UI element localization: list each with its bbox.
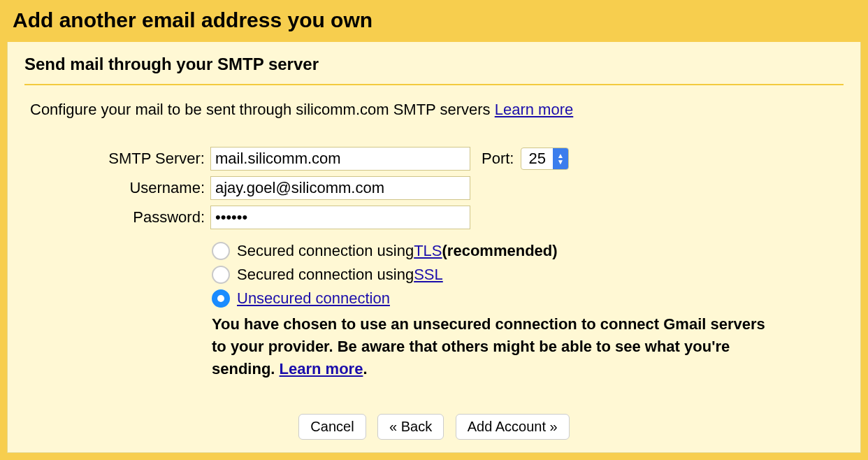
subtitle: Send mail through your SMTP server: [24, 55, 844, 85]
radio-icon-selected: [212, 289, 230, 308]
title-bar: Add another email address you own: [0, 0, 868, 42]
warning-period: .: [363, 360, 367, 378]
unsecured-warning: You have chosen to use an unsecured conn…: [24, 313, 844, 380]
content-panel: Send mail through your SMTP server Confi…: [7, 42, 861, 453]
password-label: Password:: [80, 208, 210, 227]
ssl-prefix: Secured connection using: [237, 266, 414, 284]
port-select[interactable]: 25 ▲▼: [521, 148, 568, 170]
unsecured-link[interactable]: Unsecured connection: [237, 289, 390, 308]
port-label: Port:: [482, 150, 514, 168]
button-row: Cancel « Back Add Account »: [24, 414, 844, 440]
tls-link[interactable]: TLS: [414, 242, 442, 260]
ssl-link[interactable]: SSL: [414, 266, 443, 284]
add-account-button[interactable]: Add Account »: [456, 414, 570, 440]
tls-prefix: Secured connection using: [237, 242, 414, 260]
form-area: SMTP Server: Port: 25 ▲▼ Username: Passw…: [24, 147, 844, 229]
security-radio-group: Secured connection using TLS (recommende…: [24, 242, 844, 308]
cancel-button[interactable]: Cancel: [298, 414, 366, 440]
smtp-input[interactable]: [210, 147, 470, 171]
radio-ssl[interactable]: Secured connection using SSL: [212, 266, 844, 284]
intro-text-content: Configure your mail to be sent through s…: [30, 101, 495, 118]
select-arrows-icon: ▲▼: [553, 148, 568, 170]
dialog-frame: Add another email address you own Send m…: [0, 0, 868, 460]
back-button[interactable]: « Back: [377, 414, 444, 440]
dialog-title: Add another email address you own: [13, 8, 855, 32]
warning-learn-more-link[interactable]: Learn more: [280, 360, 363, 378]
tls-recommended: (recommended): [442, 242, 558, 260]
password-input[interactable]: [210, 206, 470, 229]
radio-unsecured[interactable]: Unsecured connection: [212, 289, 844, 308]
radio-icon: [212, 266, 230, 284]
smtp-label: SMTP Server:: [80, 150, 210, 168]
password-row: Password:: [80, 206, 844, 229]
username-input[interactable]: [210, 176, 470, 200]
intro-text: Configure your mail to be sent through s…: [24, 101, 844, 119]
radio-icon: [212, 242, 230, 260]
radio-tls[interactable]: Secured connection using TLS (recommende…: [212, 242, 844, 260]
learn-more-link[interactable]: Learn more: [495, 101, 574, 118]
username-label: Username:: [80, 179, 210, 197]
username-row: Username:: [80, 176, 844, 200]
smtp-row: SMTP Server: Port: 25 ▲▼: [80, 147, 844, 171]
port-value: 25: [521, 150, 552, 168]
